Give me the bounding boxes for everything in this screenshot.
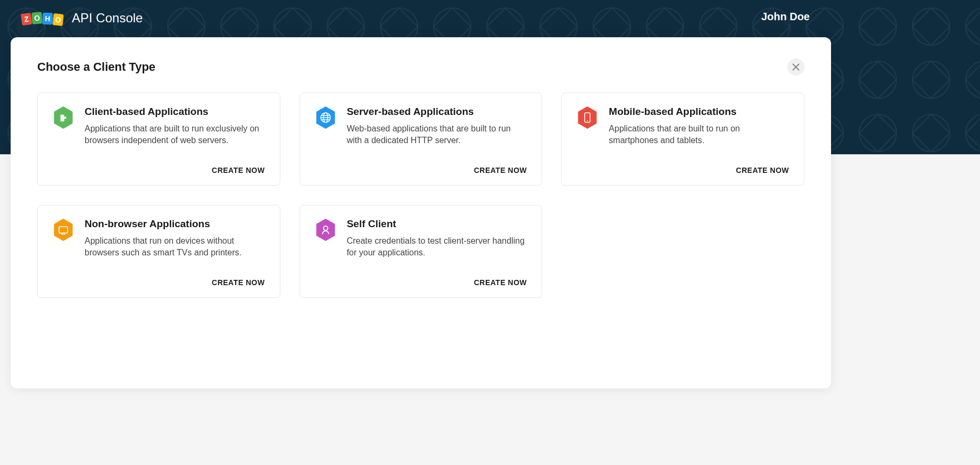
card-content: Client-based Applications Applications t… xyxy=(85,106,265,162)
create-now-button[interactable]: CREATE NOW xyxy=(315,278,527,287)
card-content: Mobile-based Applications Applications t… xyxy=(609,106,789,162)
client-type-card[interactable]: Non-browser Applications Applications th… xyxy=(37,205,280,298)
card-description: Web-based applications that are built to… xyxy=(347,123,527,147)
globe-icon xyxy=(315,106,336,129)
tv-icon xyxy=(53,218,74,242)
close-icon xyxy=(792,63,800,71)
close-button[interactable] xyxy=(787,59,804,76)
client-type-card[interactable]: Self Client Create credentials to test c… xyxy=(300,205,543,298)
panel-title: Choose a Client Type xyxy=(37,60,155,74)
app-title: API Console xyxy=(72,11,143,26)
create-now-button[interactable]: CREATE NOW xyxy=(315,166,527,175)
card-top: Self Client Create credentials to test c… xyxy=(315,218,527,274)
logo-tile-z: Z xyxy=(21,13,32,26)
card-description: Applications that run on devices without… xyxy=(85,235,265,259)
person-icon xyxy=(315,218,336,242)
card-top: Client-based Applications Applications t… xyxy=(53,106,265,162)
card-content: Self Client Create credentials to test c… xyxy=(347,218,527,274)
card-top: Server-based Applications Web-based appl… xyxy=(315,106,527,162)
zoho-logo: Z O H O xyxy=(21,12,63,24)
panel-header: Choose a Client Type xyxy=(37,59,804,76)
card-title: Non-browser Applications xyxy=(85,218,265,230)
create-now-button[interactable]: CREATE NOW xyxy=(53,278,265,287)
card-title: Server-based Applications xyxy=(347,106,527,118)
card-top: Non-browser Applications Applications th… xyxy=(53,218,265,274)
client-type-panel: Choose a Client Type Client-based Applic… xyxy=(11,37,831,388)
card-description: Applications that are built to run exclu… xyxy=(85,123,265,147)
card-title: Client-based Applications xyxy=(85,106,265,118)
client-type-card[interactable]: Mobile-based Applications Applications t… xyxy=(561,93,804,186)
card-content: Non-browser Applications Applications th… xyxy=(85,218,265,274)
logo-tile-h: H xyxy=(43,13,53,25)
puzzle-icon xyxy=(53,106,74,129)
client-type-card[interactable]: Client-based Applications Applications t… xyxy=(37,93,280,186)
card-title: Self Client xyxy=(347,218,527,230)
logo-tile-o: O xyxy=(31,12,42,24)
card-title: Mobile-based Applications xyxy=(609,106,789,118)
client-type-card[interactable]: Server-based Applications Web-based appl… xyxy=(300,93,543,186)
cards-grid: Client-based Applications Applications t… xyxy=(37,93,804,298)
card-top: Mobile-based Applications Applications t… xyxy=(577,106,789,162)
logo-section: Z O H O API Console xyxy=(21,11,143,26)
card-content: Server-based Applications Web-based appl… xyxy=(347,106,527,162)
user-name[interactable]: John Doe xyxy=(761,11,959,23)
mobile-icon xyxy=(577,106,598,129)
create-now-button[interactable]: CREATE NOW xyxy=(577,166,789,175)
card-description: Create credentials to test client-server… xyxy=(347,235,527,259)
logo-tile-o2: O xyxy=(53,13,64,26)
create-now-button[interactable]: CREATE NOW xyxy=(53,166,265,175)
svg-point-6 xyxy=(587,120,588,121)
card-description: Applications that are built to run on sm… xyxy=(609,123,789,147)
